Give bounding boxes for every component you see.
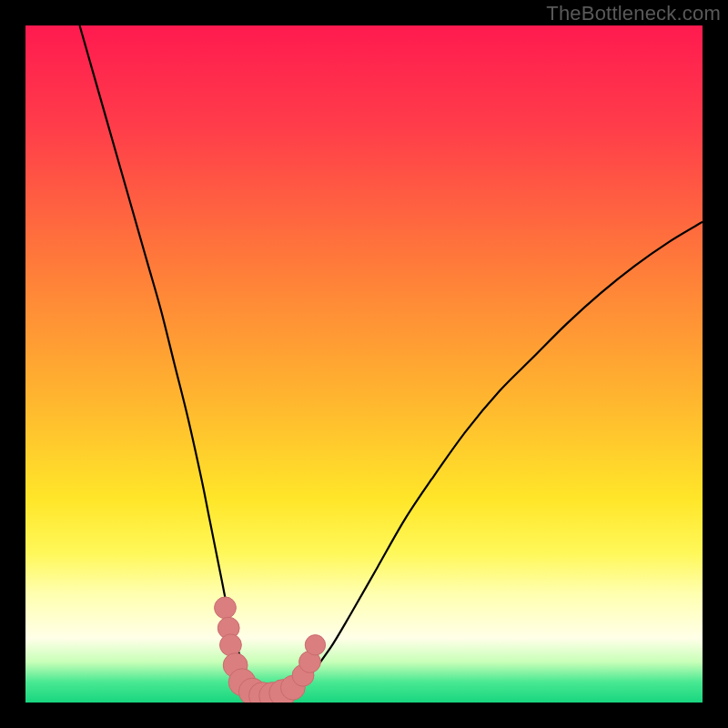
data-marker: [305, 635, 325, 655]
plot-area: [25, 25, 703, 703]
watermark-label: TheBottleneck.com: [546, 2, 721, 25]
chart-svg: [25, 25, 703, 703]
data-marker: [220, 634, 242, 656]
gradient-background: [25, 25, 703, 703]
data-marker: [215, 597, 237, 619]
chart-frame: TheBottleneck.com: [0, 0, 728, 728]
